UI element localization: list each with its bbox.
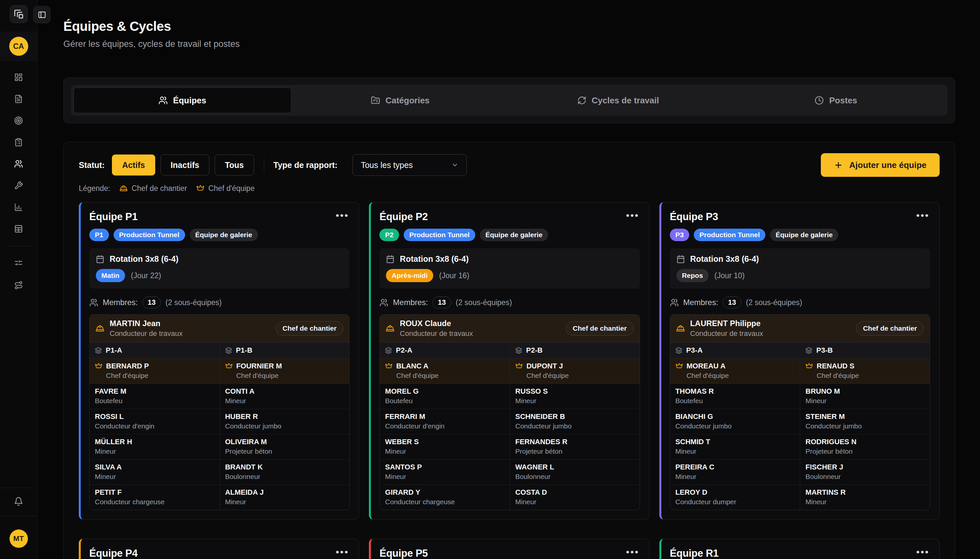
- calendar-icon: [676, 255, 685, 263]
- card-menu-button[interactable]: •••: [625, 547, 640, 557]
- sidebar-item-chart-column-icon[interactable]: [14, 203, 23, 212]
- chevron-down-icon: [451, 161, 459, 169]
- sidebar-item-file-text-icon[interactable]: [14, 94, 23, 103]
- sidebar-item-route-icon[interactable]: [14, 281, 23, 289]
- card-menu-button[interactable]: •••: [915, 547, 930, 557]
- member-name: CONTI A: [225, 387, 344, 395]
- day-note: (Jour 10): [715, 271, 745, 280]
- member-list: THOMAS R Boutefeu BIANCHI G Conducteur j…: [670, 384, 800, 510]
- member-row: FAVRE M Boutefeu: [89, 384, 220, 409]
- legend-item-label: Chef de chantier: [132, 184, 187, 193]
- sidebar-item-wrench-icon[interactable]: [14, 181, 23, 190]
- member-box: LAURENT Philippe Conducteur de travaux C…: [670, 314, 930, 510]
- team-title: Équipe P3: [670, 211, 718, 223]
- divider: [7, 246, 30, 246]
- rotation-label: Rotation 3x8 (6-4): [690, 254, 759, 264]
- app-logo[interactable]: [10, 5, 28, 23]
- member-row: FISCHER J Boulonneur: [800, 460, 930, 485]
- tab-equipes[interactable]: Équipes: [73, 88, 291, 113]
- tab-categories[interactable]: Catégories: [291, 88, 509, 113]
- member-name: BRUNO M: [805, 387, 925, 395]
- sidebar-nav: [0, 73, 37, 289]
- member-name: ROSSI L: [95, 412, 214, 421]
- main-content: Équipes & Cycles Gérer les équipes, cycl…: [37, 0, 980, 559]
- card-menu-button[interactable]: •••: [335, 211, 350, 220]
- add-team-button[interactable]: Ajouter une équipe: [821, 153, 940, 177]
- crown-icon: [95, 362, 103, 370]
- subteam-columns: P2-A BLANC A Chef d'équipe MOREL G Boute…: [380, 342, 639, 510]
- badge-row: P1 Production Tunnel Équipe de galerie: [89, 229, 349, 241]
- day-note: (Jour 16): [439, 271, 469, 280]
- tabs-panel: Équipes Catégories Cycles de travail Pos…: [63, 78, 955, 123]
- member-name: SILVA A: [95, 463, 214, 471]
- tab-label: Catégories: [385, 96, 429, 106]
- member-box: MARTIN Jean Conducteur de travaux Chef d…: [89, 314, 349, 510]
- team-card: Équipe P5 ••• P5 Production Tunnel Équip…: [369, 539, 649, 559]
- layers-icon: [95, 347, 102, 354]
- users-icon: [379, 298, 388, 307]
- team-card: Équipe P4 ••• P4 Production Tunnel Équip…: [79, 539, 359, 559]
- card-menu-button[interactable]: •••: [915, 211, 930, 220]
- member-role: Conducteur chargeuse: [385, 498, 505, 506]
- leader-row: MOREAU A Chef d'équipe: [670, 359, 800, 384]
- member-role: Boutefeu: [385, 397, 505, 405]
- filter-actifs-button[interactable]: Actifs: [112, 154, 155, 175]
- avatar-bottom[interactable]: MT: [10, 529, 28, 548]
- legend: Légende: Chef de chantier Chef d'équipe: [79, 184, 940, 193]
- card-menu-button[interactable]: •••: [335, 547, 350, 557]
- sidebar-bottom: MT: [0, 488, 37, 559]
- team-type-badge: Production Tunnel: [114, 229, 185, 241]
- card-menu-button[interactable]: •••: [625, 211, 640, 220]
- subteam-columns: P3-A MOREAU A Chef d'équipe THOMAS R Bou…: [670, 342, 930, 510]
- sidebar-item-clipboard-list-icon[interactable]: [14, 138, 23, 147]
- page-title: Équipes & Cycles: [63, 18, 955, 34]
- sidebar-item-users-icon[interactable]: [14, 159, 23, 168]
- sidebar-item-layout-dashboard-icon[interactable]: [14, 73, 23, 82]
- team-type-badge: Production Tunnel: [404, 229, 475, 241]
- subteam-title: P3-A: [686, 346, 703, 355]
- leader-row: BLANC A Chef d'équipe: [380, 359, 510, 384]
- member-role: Conducteur jumbo: [225, 422, 344, 430]
- teams-panel: Statut: Actifs Inactifs Tous Type de rap…: [63, 142, 955, 559]
- avatar-top[interactable]: CA: [9, 37, 28, 56]
- member-row: SCHNEIDER B Conducteur jumbo: [510, 409, 640, 434]
- chef-name: MARTIN Jean: [109, 319, 183, 328]
- hard-hat-icon: [386, 324, 394, 333]
- panel-left-icon: [38, 10, 46, 19]
- team-title: Équipe R1: [670, 547, 719, 559]
- subteam-title: P1-A: [106, 346, 122, 355]
- filter-inactifs-button[interactable]: Inactifs: [161, 154, 210, 175]
- report-type-select[interactable]: Tous les types: [353, 154, 467, 176]
- member-name: FAVRE M: [95, 387, 214, 395]
- member-row: STEINER M Conducteur jumbo: [800, 409, 930, 434]
- member-row: ROSSI L Conducteur d'engin: [89, 409, 220, 434]
- subteam-header: P2-A: [380, 342, 510, 359]
- filter-tous-button[interactable]: Tous: [215, 154, 254, 175]
- leader-role: Chef d'équipe: [816, 372, 925, 380]
- member-name: STEINER M: [805, 412, 925, 421]
- members-row: Membres: 13 (2 sous-équipes): [379, 296, 640, 308]
- users-icon: [670, 298, 679, 307]
- sidebar-item-target-icon[interactable]: [14, 116, 23, 125]
- layers-icon: [515, 347, 522, 354]
- calendar-icon: [96, 255, 104, 263]
- sidebar-toggle-button[interactable]: [33, 6, 51, 23]
- member-row: COSTA D Mineur: [510, 485, 640, 510]
- member-row: PETIT F Conducteur chargeuse: [89, 485, 220, 510]
- leader-row: DUPONT J Chef d'équipe: [510, 359, 640, 384]
- notifications-bell-icon[interactable]: [14, 497, 23, 506]
- subteam-header: P1-A: [89, 342, 220, 359]
- member-list: MOREL G Boutefeu FERRARI M Conducteur d'…: [380, 384, 510, 510]
- chef-row: ROUX Claude Conducteur de travaux Chef d…: [380, 314, 639, 342]
- sidebar-item-sliders-icon[interactable]: [14, 259, 23, 268]
- subteam-title: P1-B: [236, 346, 252, 355]
- tab-postes[interactable]: Postes: [727, 88, 945, 113]
- leader-name: DUPONT J: [526, 362, 563, 370]
- member-name: MÜLLER H: [95, 438, 214, 446]
- sidebar-item-table-icon[interactable]: [14, 224, 23, 233]
- team-code-badge: P3: [670, 229, 690, 241]
- crown-icon: [225, 362, 233, 370]
- tab-cycles-de-travail[interactable]: Cycles de travail: [509, 88, 727, 113]
- chef-name: LAURENT Philippe: [690, 319, 763, 328]
- chef-row: LAURENT Philippe Conducteur de travaux C…: [670, 314, 930, 342]
